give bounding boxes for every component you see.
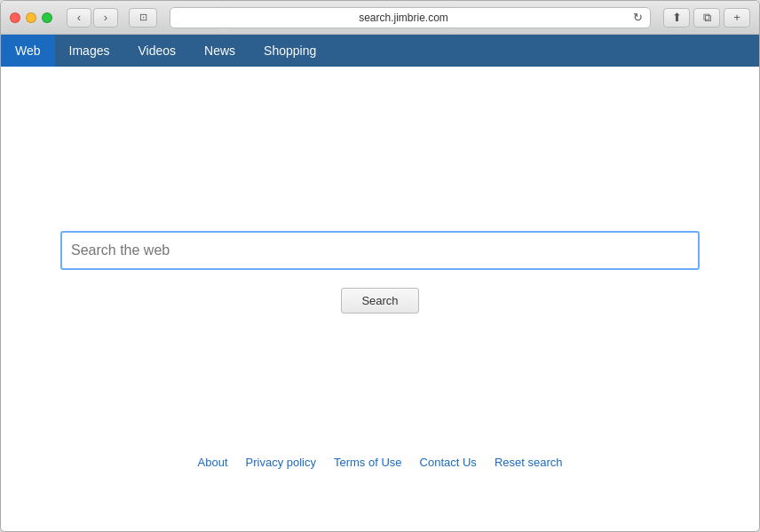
nav-label-news: News <box>204 44 235 58</box>
reload-button[interactable]: ↻ <box>633 11 643 24</box>
forward-button[interactable]: › <box>93 8 118 28</box>
footer-link-terms[interactable]: Terms of Use <box>334 456 402 469</box>
nav-item-images[interactable]: Images <box>55 35 124 67</box>
add-tab-button[interactable]: + <box>724 8 750 28</box>
share-button[interactable]: ⬆ <box>663 8 690 28</box>
nav-label-images: Images <box>69 44 110 58</box>
back-icon: ‹ <box>77 11 81 24</box>
tab-icon: ⊡ <box>139 12 147 23</box>
search-section: Search <box>60 231 700 314</box>
nav-item-videos[interactable]: Videos <box>123 35 190 67</box>
navbar: Web Images Videos News Shopping <box>1 35 759 67</box>
new-tab-button[interactable]: ⧉ <box>693 8 720 28</box>
footer-link-reset[interactable]: Reset search <box>495 456 563 469</box>
nav-label-videos: Videos <box>138 44 176 58</box>
tab-button[interactable]: ⊡ <box>129 8 157 28</box>
browser-window: ‹ › ⊡ search.jimbrie.com ↻ ⬆ ⧉ + <box>0 0 760 532</box>
search-button[interactable]: Search <box>341 288 418 314</box>
plus-icon: + <box>733 11 740 24</box>
footer-link-privacy[interactable]: Privacy policy <box>246 456 316 469</box>
minimize-button[interactable] <box>26 12 36 23</box>
address-text: search.jimbrie.com <box>178 12 629 24</box>
nav-item-shopping[interactable]: Shopping <box>249 35 330 67</box>
back-button[interactable]: ‹ <box>67 8 91 28</box>
close-button[interactable] <box>10 12 20 23</box>
nav-label-web: Web <box>15 44 41 58</box>
nav-item-news[interactable]: News <box>190 35 249 67</box>
new-tab-icon: ⧉ <box>703 11 711 25</box>
forward-icon: › <box>104 11 107 24</box>
maximize-button[interactable] <box>42 12 52 23</box>
traffic-lights <box>10 12 52 23</box>
titlebar: ‹ › ⊡ search.jimbrie.com ↻ ⬆ ⧉ + <box>1 1 759 35</box>
footer-link-contact[interactable]: Contact Us <box>420 456 477 469</box>
nav-item-web[interactable]: Web <box>1 35 55 67</box>
footer-links: About Privacy policy Terms of Use Contac… <box>1 456 759 469</box>
footer-link-about[interactable]: About <box>198 456 228 469</box>
search-input[interactable] <box>71 242 689 258</box>
main-content: Search About Privacy policy Terms of Use… <box>1 67 759 531</box>
nav-arrows: ‹ › <box>67 8 118 28</box>
address-bar[interactable]: search.jimbrie.com ↻ <box>170 7 651 28</box>
toolbar-right: ⬆ ⧉ + <box>663 8 750 28</box>
share-icon: ⬆ <box>672 11 682 24</box>
search-input-wrap[interactable] <box>60 231 700 270</box>
nav-label-shopping: Shopping <box>264 44 316 58</box>
